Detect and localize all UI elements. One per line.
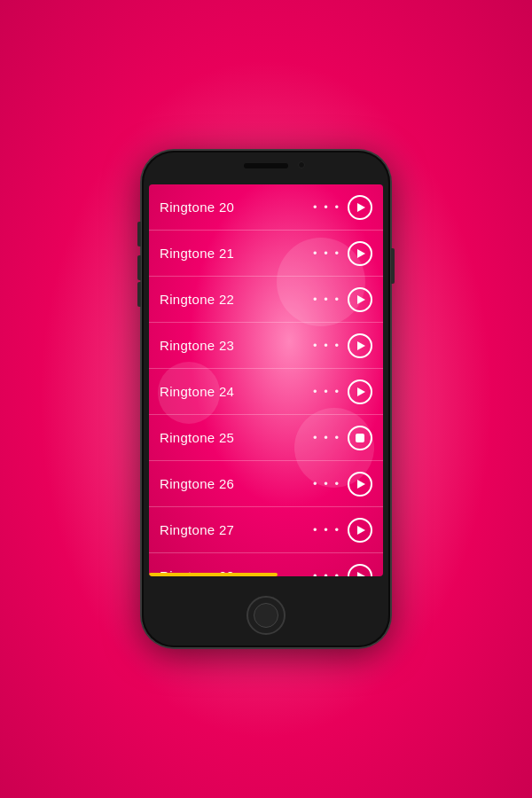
play-icon [357,526,365,535]
play-icon [357,341,365,350]
more-options-button[interactable]: • • • [313,200,340,214]
list-item: Ringtone 24• • • [149,369,383,415]
item-actions: • • • [313,472,372,497]
list-item: Ringtone 23• • • [149,323,383,369]
phone-speaker [244,163,288,168]
play-icon [357,387,365,396]
play-button[interactable] [348,241,372,266]
play-icon [357,572,365,577]
more-options-button[interactable]: • • • [313,477,340,490]
home-button[interactable] [246,596,286,635]
ringtone-label: Ringtone 20 [160,200,234,215]
item-actions: • • • [313,287,372,312]
play-icon [357,249,365,258]
phone-screen: Ringtone 20• • •Ringtone 21• • •Ringtone… [149,184,383,576]
list-item: Ringtone 21• • • [149,231,383,277]
more-options-button[interactable]: • • • [313,246,340,260]
item-actions: • • • [313,241,372,266]
stop-button[interactable] [348,426,372,450]
list-item: Ringtone 25• • • [149,415,383,461]
ringtone-label: Ringtone 25 [160,430,234,445]
ringtone-label: Ringtone 22 [160,292,234,307]
item-actions: • • • [313,518,372,543]
play-button[interactable] [348,564,372,577]
play-button[interactable] [348,472,372,497]
list-item: Ringtone 27• • • [149,507,383,553]
ringtone-label: Ringtone 23 [160,338,234,353]
play-button[interactable] [348,333,372,358]
play-button[interactable] [348,379,372,404]
play-icon [357,295,365,304]
ringtone-list: Ringtone 20• • •Ringtone 21• • •Ringtone… [149,184,383,576]
play-icon [357,480,365,489]
more-options-button[interactable]: • • • [313,293,340,306]
play-button[interactable] [348,518,372,543]
stop-icon [356,434,364,442]
progress-bar [149,573,278,576]
item-actions: • • • [313,333,372,358]
item-actions: • • • [313,564,372,577]
more-options-button[interactable]: • • • [313,339,340,352]
item-actions: • • • [313,379,372,404]
play-button[interactable] [348,195,372,220]
ringtone-label: Ringtone 24 [160,384,234,399]
list-item: Ringtone 20• • • [149,184,383,231]
ringtone-label: Ringtone 21 [160,246,234,261]
more-options-button[interactable]: • • • [313,431,340,444]
ringtone-label: Ringtone 27 [160,522,234,537]
list-item: Ringtone 22• • • [149,277,383,323]
phone-camera [298,161,305,168]
phone-shell: Ringtone 20• • •Ringtone 21• • •Ringtone… [142,151,390,647]
more-options-button[interactable]: • • • [313,385,340,398]
item-actions: • • • [313,426,372,450]
play-button[interactable] [348,287,372,312]
play-icon [357,203,365,212]
item-actions: • • • [313,195,372,220]
list-item: Ringtone 26• • • [149,461,383,507]
more-options-button[interactable]: • • • [313,569,340,576]
more-options-button[interactable]: • • • [313,523,340,536]
ringtone-label: Ringtone 26 [160,476,234,491]
home-button-inner [254,603,278,628]
